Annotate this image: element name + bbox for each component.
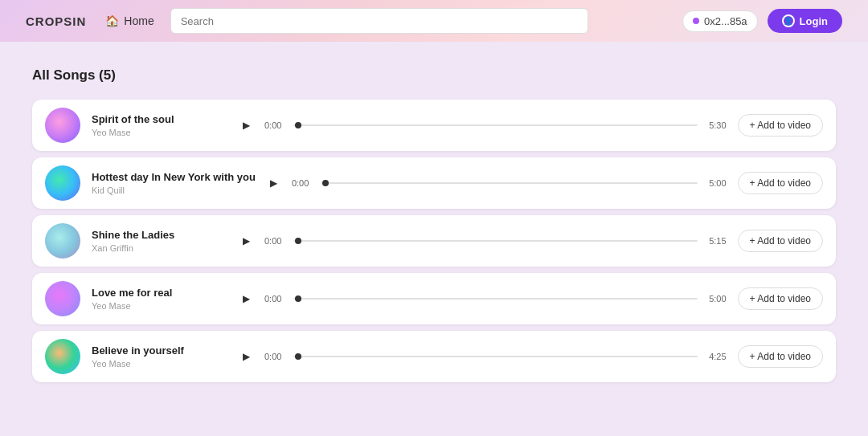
add-to-video-button-4[interactable]: + Add to video — [738, 287, 823, 310]
song-artist-3: Xan Griffin — [92, 243, 228, 253]
progress-dot-2 — [322, 180, 329, 186]
song-art-2 — [45, 165, 80, 201]
song-row: Love me for real Yeo Mase ▶ 0:00 5:00 + … — [32, 273, 836, 324]
song-title-2: Hottest day In New York with you — [92, 171, 256, 185]
play-button-5[interactable]: ▶ — [240, 348, 253, 365]
song-info-1: Spirit of the soul Yeo Mase — [92, 113, 228, 138]
main-content: All Songs (5) Spirit of the soul Yeo Mas… — [0, 42, 868, 408]
progress-track-4[interactable] — [293, 298, 698, 299]
login-label: Login — [800, 15, 828, 27]
time-end-3: 5:15 — [704, 236, 727, 246]
song-art-1 — [45, 108, 80, 143]
song-artist-4: Yeo Mase — [92, 301, 228, 311]
play-button-4[interactable]: ▶ — [240, 290, 253, 308]
time-start-1: 0:00 — [264, 120, 287, 130]
song-art-3 — [45, 223, 80, 259]
login-button[interactable]: 👤 Login — [768, 9, 842, 33]
song-info-2: Hottest day In New York with you Kid Qui… — [92, 171, 256, 196]
play-button-1[interactable]: ▶ — [240, 116, 253, 134]
song-art-4 — [45, 281, 80, 316]
song-title-1: Spirit of the soul — [92, 113, 228, 127]
add-to-video-button-3[interactable]: + Add to video — [738, 230, 823, 252]
song-info-5: Believe in yourself Yeo Mase — [92, 344, 228, 369]
song-info-3: Shine the Ladies Xan Griffin — [92, 229, 228, 254]
player-area-2: 0:00 5:00 — [292, 178, 727, 188]
time-end-4: 5:00 — [704, 294, 727, 304]
header-right: 0x2...85a 👤 Login — [682, 9, 842, 33]
song-row: Shine the Ladies Xan Griffin ▶ 0:00 5:15… — [32, 215, 836, 267]
time-end-2: 5:00 — [704, 178, 727, 188]
header: CROPSIN 🏠 Home 0x2...85a 👤 Login — [0, 0, 868, 42]
player-area-1: 0:00 5:30 — [264, 120, 727, 130]
wallet-address: 0x2...85a — [704, 15, 747, 27]
song-title-3: Shine the Ladies — [92, 229, 228, 242]
home-label: Home — [124, 14, 154, 27]
song-list: Spirit of the soul Yeo Mase ▶ 0:00 5:30 … — [32, 100, 836, 382]
time-start-5: 0:00 — [264, 352, 287, 361]
progress-dot-4 — [295, 295, 301, 302]
progress-dot-5 — [295, 353, 301, 360]
song-artist-1: Yeo Mase — [92, 128, 228, 137]
wallet-dot-icon — [693, 18, 699, 24]
home-icon: 🏠 — [105, 14, 119, 27]
song-artist-2: Kid Quill — [92, 185, 256, 195]
song-row: Spirit of the soul Yeo Mase ▶ 0:00 5:30 … — [32, 100, 836, 151]
song-row: Believe in yourself Yeo Mase ▶ 0:00 4:25… — [32, 331, 836, 382]
progress-track-1[interactable] — [293, 124, 698, 126]
play-button-2[interactable]: ▶ — [267, 174, 280, 192]
progress-dot-1 — [295, 122, 301, 128]
time-start-4: 0:00 — [264, 294, 287, 304]
song-info-4: Love me for real Yeo Mase — [92, 287, 228, 312]
progress-track-5[interactable] — [293, 356, 698, 357]
song-art-5 — [45, 339, 80, 374]
progress-dot-3 — [295, 238, 301, 244]
nav-home-link[interactable]: 🏠 Home — [105, 14, 154, 27]
add-to-video-button-1[interactable]: + Add to video — [738, 114, 823, 137]
add-to-video-button-5[interactable]: + Add to video — [738, 345, 823, 368]
progress-track-3[interactable] — [293, 240, 698, 242]
play-button-3[interactable]: ▶ — [240, 232, 253, 250]
wallet-badge[interactable]: 0x2...85a — [682, 10, 758, 32]
player-area-3: 0:00 5:15 — [264, 236, 727, 246]
add-to-video-button-2[interactable]: + Add to video — [738, 172, 823, 194]
time-end-1: 5:30 — [704, 120, 727, 130]
song-row: Hottest day In New York with you Kid Qui… — [32, 157, 836, 209]
page-title: All Songs (5) — [32, 67, 836, 84]
time-start-2: 0:00 — [292, 178, 314, 188]
logo: CROPSIN — [26, 14, 86, 28]
song-title-4: Love me for real — [92, 287, 228, 300]
time-end-5: 4:25 — [704, 352, 727, 361]
search-input[interactable] — [170, 8, 588, 34]
user-icon: 👤 — [782, 14, 795, 27]
time-start-3: 0:00 — [264, 236, 287, 246]
song-title-5: Believe in yourself — [92, 344, 228, 358]
player-area-4: 0:00 5:00 — [264, 294, 727, 304]
progress-track-2[interactable] — [321, 182, 698, 184]
player-area-5: 0:00 4:25 — [264, 352, 727, 361]
song-artist-5: Yeo Mase — [92, 359, 228, 369]
